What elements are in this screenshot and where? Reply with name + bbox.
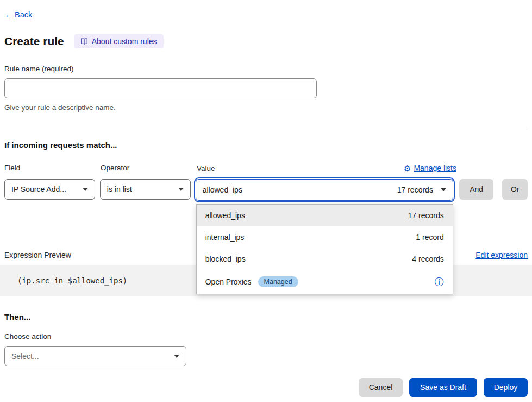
- action-select-placeholder: Select...: [11, 352, 39, 361]
- field-column-label: Field: [4, 164, 96, 172]
- choose-action-label: Choose action: [4, 332, 528, 341]
- back-link[interactable]: ←Back: [4, 10, 32, 19]
- save-as-draft-button[interactable]: Save as Draft: [409, 378, 477, 397]
- footer-actions: Cancel Save as Draft Deploy: [4, 378, 528, 397]
- field-select[interactable]: IP Source Add...: [4, 179, 95, 200]
- value-select-right: 17 records: [397, 185, 446, 194]
- expression-code: (ip.src in $allowed_ips): [17, 276, 127, 285]
- value-column-label-wrap: Value ⚙ Manage lists: [197, 164, 456, 172]
- match-controls-row: IP Source Add... is in list allowed_ips …: [4, 179, 528, 201]
- manage-lists-link[interactable]: ⚙ Manage lists: [404, 164, 456, 172]
- option-name: blocked_ips: [205, 255, 246, 263]
- rule-name-input[interactable]: [4, 78, 317, 98]
- chevron-down-icon: [441, 188, 446, 191]
- operator-column-label: Operator: [101, 164, 192, 172]
- field-select-value: IP Source Add...: [11, 185, 66, 194]
- then-section-heading: Then...: [4, 312, 528, 321]
- rule-name-label: Rule name (required): [4, 65, 528, 73]
- value-dropdown-menu: allowed_ips 17 records internal_ips 1 re…: [196, 204, 453, 294]
- or-button[interactable]: Or: [502, 179, 528, 200]
- edit-expression-link[interactable]: Edit expression: [475, 251, 528, 259]
- list-option-open-proxies[interactable]: Open Proxies Managed ⓘ: [197, 270, 453, 294]
- managed-badge: Managed: [258, 276, 298, 287]
- section-divider: [4, 127, 528, 127]
- list-option-internal-ips[interactable]: internal_ips 1 record: [197, 226, 453, 248]
- rule-name-help-text: Give your rule a descriptive name.: [4, 103, 528, 112]
- cancel-button[interactable]: Cancel: [359, 378, 403, 397]
- option-records: 4 records: [412, 255, 443, 263]
- option-records: 1 record: [416, 233, 443, 242]
- option-name: allowed_ips: [205, 211, 245, 220]
- info-icon[interactable]: ⓘ: [435, 277, 444, 287]
- option-name: Open Proxies: [205, 277, 252, 286]
- value-select[interactable]: allowed_ips 17 records: [196, 179, 453, 201]
- value-select-wrap: allowed_ips 17 records allowed_ips 17 re…: [196, 179, 453, 201]
- back-arrow-icon: ←: [4, 10, 12, 19]
- value-select-records: 17 records: [397, 185, 433, 194]
- about-custom-rules-link[interactable]: About custom rules: [74, 34, 164, 48]
- operator-select-value: is in list: [107, 185, 132, 194]
- operator-select[interactable]: is in list: [100, 179, 191, 200]
- option-records: 17 records: [408, 211, 444, 220]
- match-column-labels: Field Operator Value ⚙ Manage lists: [4, 164, 528, 172]
- value-column-label: Value: [197, 164, 215, 172]
- back-link-label: Back: [15, 10, 32, 19]
- and-button[interactable]: And: [459, 179, 493, 200]
- list-option-allowed-ips[interactable]: allowed_ips 17 records: [197, 205, 453, 226]
- value-select-name: allowed_ips: [203, 185, 242, 194]
- deploy-button[interactable]: Deploy: [484, 378, 528, 397]
- manage-lists-label: Manage lists: [414, 164, 456, 172]
- create-rule-page: ←Back Create rule About custom rules Rul…: [0, 0, 532, 397]
- chevron-down-icon: [83, 188, 88, 191]
- list-option-blocked-ips[interactable]: blocked_ips 4 records: [197, 248, 453, 270]
- page-title: Create rule: [4, 35, 64, 48]
- chevron-down-icon: [174, 355, 179, 358]
- gear-icon: ⚙: [404, 164, 411, 172]
- match-section-heading: If incoming requests match...: [4, 140, 528, 150]
- title-row: Create rule About custom rules: [4, 34, 528, 48]
- about-custom-rules-label: About custom rules: [92, 37, 157, 46]
- option-name: internal_ips: [205, 233, 245, 242]
- chevron-down-icon: [178, 188, 184, 191]
- book-icon: [80, 38, 88, 45]
- action-select[interactable]: Select...: [4, 346, 186, 366]
- expression-preview-label: Expression Preview: [4, 251, 71, 259]
